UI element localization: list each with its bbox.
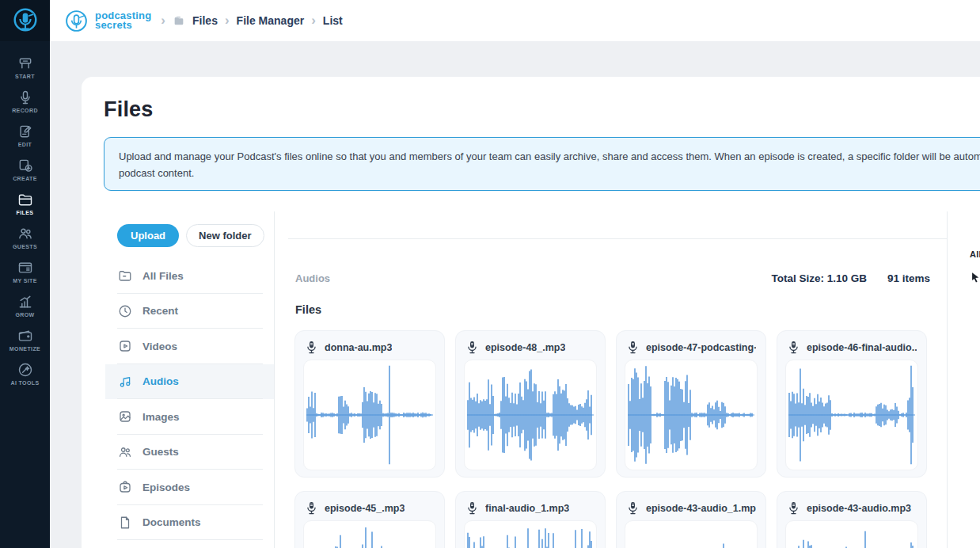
sidebar-item-label: GROW	[0, 312, 50, 318]
file-card-header: episode-46-final-audio....	[777, 331, 926, 354]
file-actions: Upload New folder	[105, 211, 274, 255]
right-rail-title: All Files	[970, 249, 980, 259]
app-sidebar: STARTRECORDEDITCREATEFILESGUESTSMY SITEG…	[0, 0, 50, 548]
microphone-icon	[17, 89, 33, 105]
breadcrumb-item-list[interactable]: List	[323, 14, 343, 27]
file-name: episode-46-final-audio....	[807, 342, 917, 353]
breadcrumb-separator: ›	[225, 13, 230, 27]
chart-icon	[17, 294, 33, 310]
music-icon	[118, 375, 132, 389]
category-item-recent[interactable]: Recent	[105, 294, 274, 329]
waveform-panel	[625, 360, 758, 470]
start-icon	[17, 55, 33, 71]
microphone-icon	[306, 341, 317, 354]
category-label: Guests	[142, 446, 179, 458]
document-icon	[118, 516, 132, 530]
category-item-starred[interactable]: Starred	[105, 540, 274, 548]
file-card[interactable]: episode-45_.mp3	[294, 491, 445, 548]
file-card[interactable]: donna-au.mp3	[294, 330, 445, 478]
microphone-icon	[788, 501, 800, 515]
brand-line-2: secrets	[95, 21, 151, 30]
people-icon	[118, 445, 132, 459]
sidebar-item-create[interactable]: CREATE	[0, 153, 50, 187]
app-logo[interactable]	[0, 0, 50, 41]
file-card[interactable]: episode-43-audio.mp3	[777, 491, 927, 548]
category-item-audios[interactable]: Audios	[105, 364, 274, 400]
microphone-icon	[788, 341, 800, 354]
breadcrumb-item-files[interactable]: Files	[192, 14, 218, 27]
microphone-icon	[627, 501, 639, 515]
waveform-canvas	[304, 521, 435, 548]
category-label: Videos	[142, 341, 177, 352]
breadcrumb: ›Files›File Manager›List	[161, 14, 342, 28]
top-header: podcasting secrets ›Files›File Manager›L…	[50, 0, 980, 41]
brand-logo[interactable]: podcasting secrets	[63, 8, 151, 34]
waveform-canvas	[304, 360, 435, 470]
sidebar-item-my-site[interactable]: MY SITE	[0, 255, 50, 289]
waveform-panel	[625, 520, 758, 548]
file-name: episode-43-audio.mp3	[807, 503, 911, 514]
file-card[interactable]: episode-46-final-audio....	[777, 330, 927, 478]
file-name: episode-47-podcasting-...	[646, 342, 756, 353]
clock-icon	[118, 304, 132, 318]
section-label: Audios	[295, 272, 330, 284]
brand-wordmark: podcasting secrets	[95, 11, 151, 30]
upload-button[interactable]: Upload	[117, 224, 179, 247]
breadcrumb-item-file-manager[interactable]: File Manager	[237, 14, 305, 27]
microphone-icon	[627, 341, 639, 354]
waveform-panel	[303, 360, 436, 470]
category-item-videos[interactable]: Videos	[105, 329, 274, 364]
sidebar-item-monetize[interactable]: MONETIZE	[0, 323, 50, 357]
sidebar-item-record[interactable]: RECORD	[0, 85, 50, 119]
create-icon	[17, 158, 33, 173]
sidebar-item-label: MY SITE	[0, 278, 50, 284]
category-label: Images	[142, 411, 180, 423]
file-card[interactable]: episode-43-audio_1.mp3	[616, 491, 766, 548]
file-card[interactable]: episode-47-podcasting-...	[616, 330, 766, 478]
waveform-canvas	[786, 521, 917, 548]
sidebar-item-label: RECORD	[0, 108, 50, 113]
total-size-label: Total Size: 1.10 GB	[771, 272, 867, 284]
category-label: All Files	[142, 270, 184, 282]
category-item-guests[interactable]: Guests	[105, 435, 274, 470]
sidebar-item-ai-tools[interactable]: AI TOOLS	[0, 357, 50, 391]
items-count-label: 91 items	[887, 272, 930, 284]
info-banner-line-1: Upload and manage your Podcast's files o…	[119, 148, 980, 165]
files-grid-heading: Files	[295, 303, 321, 316]
file-icon	[173, 14, 185, 27]
sidebar-item-label: AI TOOLS	[0, 380, 50, 386]
video-icon	[118, 339, 132, 353]
file-card-header: episode-47-podcasting-...	[617, 331, 765, 354]
new-folder-button[interactable]: New folder	[186, 224, 264, 247]
breadcrumb-separator: ›	[311, 13, 316, 27]
category-label: Documents	[142, 516, 201, 528]
category-label: Audios	[142, 375, 179, 387]
sidebar-item-start[interactable]: START	[0, 51, 50, 85]
sidebar-item-label: GUESTS	[0, 244, 50, 249]
file-card[interactable]: final-audio_1.mp3	[455, 491, 606, 548]
folder-icon	[118, 268, 132, 283]
category-item-documents[interactable]: Documents	[105, 505, 274, 541]
sidebar-item-grow[interactable]: GROW	[0, 289, 50, 323]
file-card-header: episode-48_.mp3	[456, 331, 605, 354]
category-item-images[interactable]: Images	[105, 399, 274, 435]
browser-icon	[17, 260, 33, 276]
microphone-icon	[466, 501, 478, 515]
sidebar-item-label: MONETIZE	[0, 346, 50, 352]
files-meta-row: Audios Total Size: 1.10 GB 91 items	[295, 272, 930, 284]
file-card-header: episode-43-audio_1.mp3	[617, 492, 765, 515]
image-icon	[118, 409, 132, 424]
edit-icon	[17, 124, 33, 139]
category-item-all-files[interactable]: All Files	[105, 258, 274, 294]
category-item-episodes[interactable]: Episodes	[105, 470, 274, 505]
sidebar-item-edit[interactable]: EDIT	[0, 119, 50, 153]
microphone-icon	[466, 341, 478, 354]
sidebar-item-guests[interactable]: GUESTS	[0, 221, 50, 255]
sidebar-item-label: CREATE	[0, 176, 50, 181]
waveform-panel	[464, 360, 597, 470]
file-card[interactable]: episode-48_.mp3	[455, 330, 606, 478]
select-tool[interactable]: Select	[970, 272, 980, 284]
guests-icon	[17, 226, 33, 242]
sidebar-item-label: FILES	[0, 210, 50, 215]
sidebar-item-files[interactable]: FILES	[0, 187, 50, 221]
